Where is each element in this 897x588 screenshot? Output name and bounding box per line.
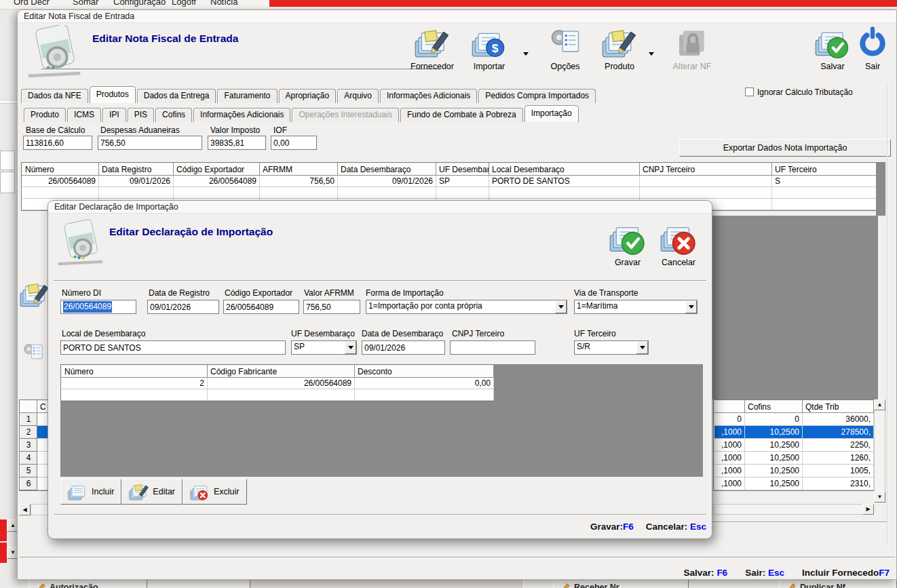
cell-cnpj-terceiro[interactable] <box>640 176 772 187</box>
table-row[interactable]: 5 <box>20 465 48 477</box>
fornecedor-button[interactable]: Fornecedor <box>406 25 458 79</box>
subtab-pis[interactable]: PIS <box>128 108 154 122</box>
tab-produtos[interactable]: Produtos <box>90 86 136 103</box>
di-grid-empty-row[interactable] <box>22 187 877 199</box>
chevron-down-icon[interactable] <box>555 300 567 313</box>
cell-numero[interactable]: 2 <box>62 378 208 389</box>
table-row-selected[interactable]: ,100010,2500278500, <box>714 426 874 439</box>
menu-item-logoff[interactable]: Logoff <box>172 0 196 7</box>
di-grid-scrollbar[interactable] <box>876 162 885 216</box>
row-number[interactable]: 6 <box>20 477 37 490</box>
table-row[interactable]: ,100010,25001260, <box>714 452 874 465</box>
cell-desconto[interactable]: 0,00 <box>355 378 494 389</box>
col-qtde-trib[interactable]: Qtde Trib <box>803 401 874 413</box>
chevron-down-icon[interactable] <box>345 341 356 354</box>
row-number[interactable]: 5 <box>20 465 37 477</box>
cell-local-desembaraco[interactable]: PORTO DE SANTOS <box>489 176 640 187</box>
produto-button[interactable]: Produto <box>596 25 643 79</box>
tab-arquivo[interactable]: Arquivo <box>337 89 379 103</box>
cell-codigo-fabricante[interactable]: 26/00564089 <box>208 378 355 389</box>
modal-grid-empty-row[interactable] <box>62 389 494 401</box>
sair-button[interactable]: Sair <box>854 25 892 79</box>
cell-data-desembaraco[interactable]: 09/01/2026 <box>338 176 436 187</box>
menu-item-somar[interactable]: Somar <box>73 0 98 7</box>
subtab-icms[interactable]: ICMS <box>67 108 101 122</box>
modal-grid-row[interactable]: 2 26/00564089 0,00 <box>62 378 494 389</box>
menu-item-noticia[interactable]: Notícia <box>210 0 237 7</box>
scrollbar-track[interactable] <box>31 504 48 515</box>
table-row[interactable]: ,100010,25001005, <box>714 465 874 477</box>
di-grid-row[interactable]: 26/00564089 09/01/2026 26/00564089 756,5… <box>22 176 877 187</box>
tab-informacoes-adicionais[interactable]: Informações Adicionais <box>380 89 477 103</box>
codigo-exportador-field[interactable] <box>223 300 299 314</box>
modal-titlebar[interactable]: Editar Declaração de Importação <box>48 201 712 214</box>
row-number[interactable]: 4 <box>20 452 37 465</box>
table-row[interactable]: ,100010,25002310, <box>714 477 874 490</box>
scroll-down-icon[interactable]: ▼ <box>874 492 885 503</box>
col-cofins[interactable]: Cofins <box>745 401 803 413</box>
col-codigo-fabricante[interactable]: Código Fabricante <box>208 366 355 378</box>
local-desembaraco-field[interactable] <box>60 340 286 355</box>
valor-imposto-field[interactable] <box>208 136 266 150</box>
row-number[interactable]: 1 <box>20 413 37 426</box>
uf-desembaraco-select[interactable]: SP <box>291 340 357 355</box>
base-calculo-field[interactable] <box>23 136 92 150</box>
subtab-informacoes-adicionais[interactable]: Informações Adicionais <box>193 108 290 122</box>
horizontal-scrollbar[interactable] <box>713 504 874 515</box>
row-number[interactable]: 2 <box>20 426 37 439</box>
salvar-button[interactable]: Salvar <box>810 25 855 79</box>
exportar-dados-button[interactable]: Exportar Dados Nota Importação <box>679 139 891 157</box>
scroll-left-icon[interactable]: ◀ <box>19 504 31 515</box>
table-row[interactable]: 0036000, <box>714 413 874 426</box>
table-row[interactable]: 1 <box>20 413 48 426</box>
via-transporte-select[interactable]: 1=Marítima <box>574 300 698 314</box>
tab-apropriacao[interactable]: Apropriação <box>279 89 337 103</box>
chevron-down-icon[interactable] <box>636 341 648 354</box>
numero-di-field[interactable]: 26/00564089 <box>60 300 136 314</box>
valor-afrmm-field[interactable] <box>303 300 360 314</box>
col-numero[interactable]: Número <box>62 366 208 378</box>
cell-uf-terceiro[interactable]: S <box>772 176 877 187</box>
cell-numero[interactable]: 26/00564089 <box>22 176 99 187</box>
col-desconto[interactable]: Desconto <box>355 366 494 378</box>
iof-field[interactable] <box>271 136 317 150</box>
col-uf-desembaraco[interactable]: UF Desembaraço <box>436 163 489 176</box>
importar-button[interactable]: Importar <box>467 25 512 79</box>
col-numero[interactable]: Número <box>22 163 99 176</box>
cell-afrmm[interactable]: 756,50 <box>260 176 338 187</box>
subtab-ipi[interactable]: IPI <box>102 108 126 122</box>
cnpj-terceiro-field[interactable] <box>450 340 535 355</box>
chevron-down-icon[interactable] <box>685 300 697 313</box>
subtab-produto[interactable]: Produto <box>24 108 66 122</box>
menu-item-ord-decr[interactable]: Ord Decr <box>14 0 50 7</box>
produto-dropdown-icon[interactable] <box>649 52 654 58</box>
scroll-right-icon[interactable]: ▶ <box>862 504 874 515</box>
opcoes-button[interactable]: Opções <box>541 25 589 79</box>
scroll-up-icon[interactable]: ▲ <box>874 399 885 410</box>
col-data-registro[interactable]: Data Registro <box>99 163 174 176</box>
cell-data-registro[interactable]: 09/01/2026 <box>99 176 174 187</box>
importar-dropdown-icon[interactable] <box>523 52 529 58</box>
gravar-button[interactable]: Gravar <box>606 220 649 274</box>
duplicar-nf-button[interactable]: Duplicar Nf <box>779 579 897 588</box>
tab-pedidos-compra-importados[interactable]: Pedidos Compra Importados <box>478 89 596 103</box>
cancelar-button[interactable]: Cancelar <box>655 220 702 274</box>
table-row[interactable]: 2 <box>20 426 48 439</box>
table-row[interactable]: 4 <box>20 452 48 465</box>
col-afrmm[interactable]: AFRMM <box>260 163 338 176</box>
pressed-button[interactable] <box>250 579 524 588</box>
incluir-button[interactable]: Incluir <box>60 479 121 505</box>
autorizacao-button[interactable]: Autorização <box>28 579 147 588</box>
data-registro-field[interactable] <box>147 300 219 314</box>
table-row[interactable]: 3 <box>20 439 48 452</box>
table-row[interactable]: 6 <box>20 477 48 490</box>
col-uf-terceiro[interactable]: UF Terceiro <box>772 163 877 176</box>
tab-dados-da-entrega[interactable]: Dados da Entrega <box>137 89 216 103</box>
editar-button[interactable]: Editar <box>121 479 183 505</box>
despesas-field[interactable] <box>98 136 202 150</box>
vertical-scrollbar[interactable] <box>874 399 885 503</box>
subtab-cofins[interactable]: Cofins <box>155 108 192 122</box>
cell-codigo-exportador[interactable]: 26/00564089 <box>174 176 260 187</box>
tab-dados-da-nfe[interactable]: Dados da NFE <box>21 89 88 103</box>
menu-item-configuracao[interactable]: Configuração <box>113 0 166 7</box>
